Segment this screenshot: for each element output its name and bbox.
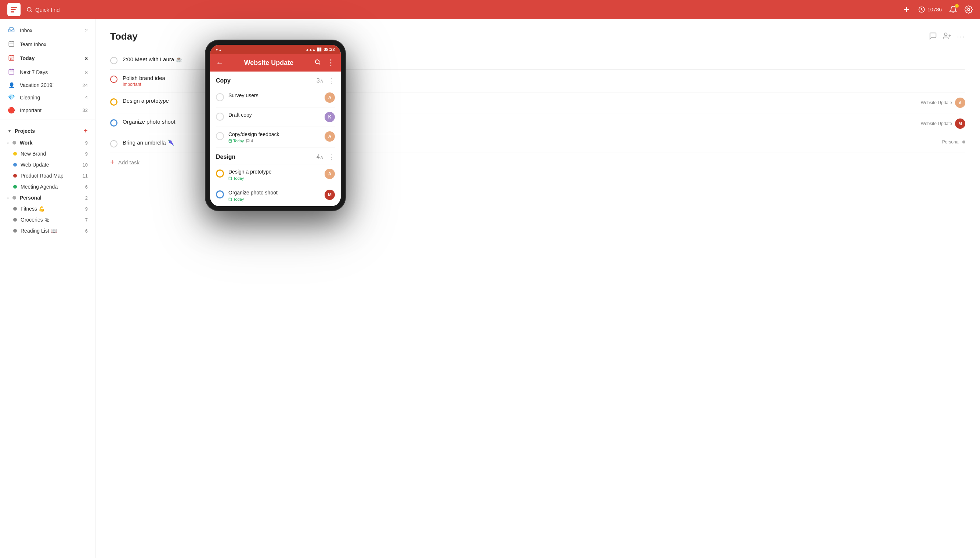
sidebar-item-cleaning[interactable]: 💎 Cleaning 4 (0, 91, 95, 104)
phone-task-survey-users[interactable]: Survey users A (216, 88, 335, 107)
design-section-chevron-icon[interactable]: ∧ (320, 154, 323, 160)
task-checkbox[interactable] (110, 57, 117, 64)
avatar: A (324, 92, 335, 103)
phone-section-copy: Copy 3 ∧ ⋮ Surve (210, 72, 341, 148)
sidebar-item-inbox[interactable]: Inbox 2 (0, 23, 95, 38)
next7-label: Next 7 Days (20, 69, 48, 75)
app-logo[interactable] (7, 3, 21, 16)
settings-button[interactable] (965, 5, 973, 13)
phone-task-name: Draft copy (228, 112, 320, 118)
phone-header-actions: ⋮ (314, 59, 335, 67)
task-checkbox[interactable] (110, 75, 117, 83)
sidebar-item-vacation[interactable]: 👤 Vacation 2019! 24 (0, 79, 95, 91)
new-brand-dot (13, 152, 17, 156)
add-button[interactable] (903, 5, 911, 13)
phone-title: Website Update (228, 59, 310, 67)
phone-section-copy-header: Copy 3 ∧ ⋮ (216, 72, 335, 88)
web-update-count: 10 (82, 162, 88, 167)
timer-value: 10786 (927, 7, 942, 13)
add-collaborator-button[interactable] (943, 32, 951, 41)
svg-point-22 (315, 60, 320, 64)
task-right: Website Update A (921, 98, 965, 108)
phone-search-icon[interactable] (314, 59, 321, 67)
svg-rect-28 (229, 177, 232, 180)
phone-task-checkbox[interactable] (216, 132, 224, 140)
web-update-label: Web Update (21, 162, 49, 167)
important-count: 32 (82, 107, 88, 113)
task-checkbox[interactable] (110, 119, 117, 126)
task-checkbox[interactable] (110, 98, 117, 106)
sidebar-item-team-inbox[interactable]: Team Inbox (0, 38, 95, 51)
phone-task-date: Today (228, 139, 244, 143)
sidebar-item-next7[interactable]: Next 7 Days 8 (0, 65, 95, 79)
sidebar-item-today[interactable]: 21 Today 8 (0, 51, 95, 65)
sidebar-item-fitness[interactable]: Fitness 💪 9 (0, 203, 95, 214)
svg-rect-15 (9, 69, 14, 74)
phone-more-icon[interactable]: ⋮ (327, 59, 335, 67)
work-dot (13, 141, 16, 144)
sidebar-item-groceries[interactable]: Groceries 🛍 7 (0, 214, 95, 225)
phone-task-checkbox[interactable] (216, 190, 224, 199)
search-bar[interactable]: Quick find (26, 7, 897, 13)
personal-group-header[interactable]: › Personal 2 (0, 192, 95, 203)
add-task-label: Add task (118, 159, 140, 166)
task-checkbox[interactable] (110, 140, 117, 148)
avatar-initials: M (324, 190, 335, 200)
task-right: Personal (942, 140, 965, 144)
phone-task-copy-design[interactable]: Copy/design feedback Today (216, 127, 335, 148)
vacation-label: Vacation 2019! (20, 82, 54, 88)
avatar-initials: A (324, 131, 335, 142)
fitness-label: Fitness 💪 (21, 206, 45, 212)
phone-status-bar: ▾ ▴ ▲▲▲ ▊▊ 08:32 (210, 45, 341, 54)
phone-task-checkbox[interactable] (216, 169, 224, 177)
page-title: Today (110, 31, 138, 42)
sidebar-item-product-road-map[interactable]: Product Road Map 11 (0, 170, 95, 181)
more-options-button[interactable]: ··· (957, 32, 965, 41)
product-road-map-count: 11 (82, 173, 88, 179)
sidebar-item-meeting-agenda[interactable]: Meeting Agenda 6 (0, 181, 95, 192)
important-icon: 🔴 (7, 107, 15, 114)
phone-task-draft-copy[interactable]: Draft copy K (216, 107, 335, 127)
task-right: Website Update M (921, 118, 965, 129)
phone-back-button[interactable]: ← (216, 59, 223, 67)
phone-task-content: Draft copy (228, 112, 320, 118)
add-project-button[interactable]: + (83, 126, 88, 135)
sidebar-item-new-brand[interactable]: New Brand 9 (0, 148, 95, 159)
meeting-agenda-dot (13, 185, 17, 189)
search-placeholder: Quick find (35, 7, 60, 13)
cleaning-label: Cleaning (20, 95, 40, 100)
personal-label: Personal (20, 195, 41, 201)
vacation-icon: 👤 (7, 82, 15, 88)
avatar: M (324, 190, 335, 200)
copy-section-more-icon[interactable]: ⋮ (328, 77, 335, 85)
phone-task-checkbox[interactable] (216, 113, 224, 121)
design-section-more-icon[interactable]: ⋮ (328, 153, 335, 161)
comment-button[interactable] (929, 32, 937, 41)
work-count: 9 (85, 140, 88, 146)
phone-task-design-prototype[interactable]: Design a prototype Today (216, 164, 335, 185)
task-name: Organize photo shoot (123, 118, 175, 125)
copy-section-chevron-icon[interactable]: ∧ (320, 78, 323, 84)
sidebar-item-web-update[interactable]: Web Update 10 (0, 159, 95, 170)
search-icon (26, 7, 32, 13)
phone-task-name: Copy/design feedback (228, 131, 320, 137)
phone-task-meta: Today (228, 197, 320, 202)
phone-task-meta: Today 4 (228, 139, 320, 143)
groceries-dot (13, 218, 17, 222)
svg-rect-24 (229, 140, 232, 143)
projects-section-header[interactable]: ▼ Projects + (0, 123, 95, 137)
team-inbox-icon (7, 40, 15, 48)
timer-display[interactable]: 10786 (918, 6, 942, 13)
phone-task-photo-shoot[interactable]: Organize photo shoot Today (216, 185, 335, 206)
sidebar-item-important[interactable]: 🔴 Important 32 (0, 104, 95, 117)
phone-task-checkbox[interactable] (216, 93, 224, 101)
phone-task-content: Copy/design feedback Today (228, 131, 320, 143)
sidebar-item-reading-list[interactable]: Reading List 📖 6 (0, 225, 95, 236)
notifications-button[interactable] (949, 5, 957, 13)
task-name: Bring an umbrella 🌂 (123, 140, 175, 146)
phone-section-design: Design 4 ∧ ⋮ Des (210, 148, 341, 206)
important-label: Important (20, 107, 41, 113)
work-group-header[interactable]: › Work 9 (0, 137, 95, 148)
phone-content: Copy 3 ∧ ⋮ Surve (210, 72, 341, 206)
svg-rect-32 (229, 198, 232, 201)
